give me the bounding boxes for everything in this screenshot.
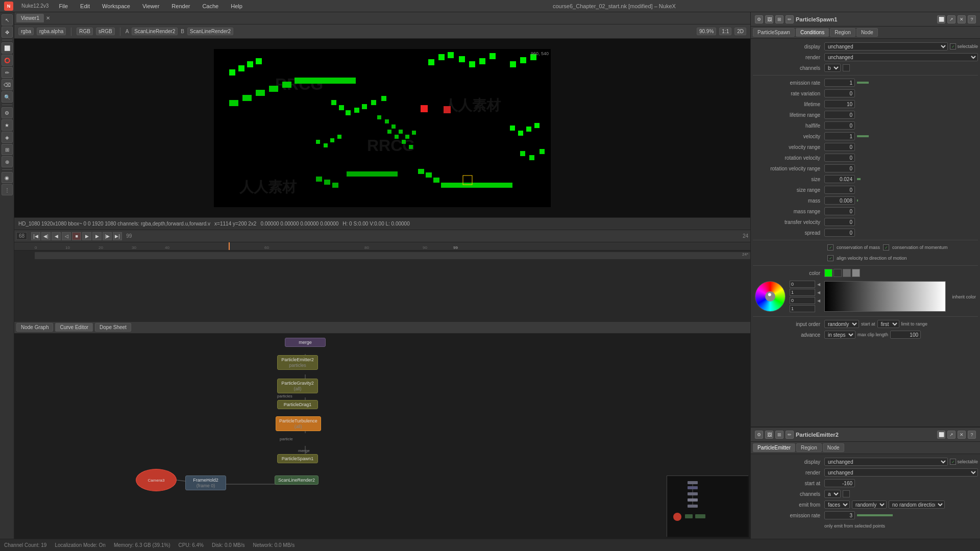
panel-icon-2[interactable]: 🖼 (765, 15, 773, 23)
val-rotation-velocity-range[interactable]: 0 (824, 164, 855, 172)
val-emitter-rate[interactable]: 3 (824, 511, 855, 519)
srgb-select[interactable]: sRGB (96, 28, 115, 35)
tool-4[interactable]: ✏ (2, 67, 13, 78)
tool-5[interactable]: ⌫ (2, 79, 13, 90)
tool-select[interactable]: ↖ (2, 14, 13, 26)
color-gradient-bar[interactable] (824, 281, 946, 312)
next-frame-btn[interactable]: ▶ (92, 232, 102, 240)
panel-icon-3[interactable]: ⊞ (775, 15, 783, 23)
channel-button[interactable] (843, 64, 850, 71)
node-scanrender2[interactable]: ScanLineRender2 (275, 475, 318, 485)
val-mass[interactable]: 0.008 (824, 196, 855, 205)
color-swatch-green[interactable] (824, 269, 832, 277)
panel-icon-1[interactable]: ⚙ (755, 15, 763, 23)
panel-lower-icon-2[interactable]: 🖼 (765, 431, 773, 439)
node-gravity2[interactable]: ParticleGravity2 (all) (277, 379, 318, 393)
prev-key-btn[interactable]: ◀| (41, 232, 51, 240)
panel-lower-icon-4[interactable]: ✏ (786, 431, 794, 439)
display-select[interactable]: unchanged (824, 42, 948, 51)
go-end-btn[interactable]: ▶| (113, 232, 122, 240)
tool-7[interactable]: ⚙ (2, 107, 13, 118)
tool-2[interactable]: ⬜ (2, 42, 13, 54)
zoom-level[interactable]: 90.9% (697, 28, 716, 35)
render-select[interactable]: unchanged (824, 53, 978, 61)
menu-file[interactable]: File (57, 2, 70, 10)
menu-render[interactable]: Render (169, 2, 192, 10)
channels-select-prop[interactable]: b (824, 64, 841, 72)
node-turbulence[interactable]: ParticleTurbulence (all) (276, 416, 321, 431)
go-start-btn[interactable]: |◀ (31, 232, 40, 240)
emitter-render-select[interactable]: unchanged (824, 468, 978, 477)
val-lifetime-range[interactable]: 0 (824, 111, 855, 119)
emit-method-select[interactable]: randomly (852, 500, 887, 509)
tool-12[interactable]: ◉ (2, 172, 13, 183)
val-g[interactable]: 1 (790, 289, 815, 296)
channels-select[interactable]: rgba (18, 28, 34, 35)
node-drag1[interactable]: ParticleDrag1 (277, 400, 318, 409)
node-spawn1[interactable]: ParticleSpawn1 (277, 454, 318, 463)
input-a-select[interactable]: ScanLineRender2 (132, 28, 178, 35)
slider-emitter-rate[interactable] (857, 514, 976, 516)
tool-move[interactable]: ✥ (2, 27, 13, 38)
color-wheel-cursor[interactable] (768, 293, 771, 296)
alpha-select[interactable]: rgba.alpha (37, 28, 66, 35)
val-spread[interactable]: 0 (824, 229, 855, 237)
val-emitter-start-at[interactable]: -160 (824, 479, 855, 487)
play-reverse-btn[interactable]: ◁ (62, 232, 71, 240)
node-framehold2[interactable]: FrameHold2 (frame 0) (185, 475, 226, 490)
node-graph-canvas[interactable]: merge ParticleEmitter2 particles Particl… (14, 334, 750, 539)
menu-help[interactable]: Help (229, 2, 244, 10)
tab-particle-emitter[interactable]: ParticleEmitter (753, 443, 795, 452)
val-transfer-velocity[interactable]: 0 (824, 218, 855, 226)
color-swatch-gray[interactable] (834, 269, 842, 277)
panel-lower-float[interactable]: ↗ (947, 431, 955, 439)
val-size-range[interactable]: 0 (824, 186, 855, 194)
menu-viewer[interactable]: Viewer (140, 2, 161, 10)
input-b-select[interactable]: ScanLineRender2 (187, 28, 233, 35)
emitter-selectable-check[interactable]: ✓ (950, 459, 956, 465)
node-camera3[interactable]: Camera3 (136, 469, 177, 491)
tab-dope-sheet[interactable]: Dope Sheet (95, 323, 131, 332)
tool-6[interactable]: 🔍 (2, 91, 13, 103)
val-r[interactable]: 0 (790, 281, 815, 288)
color-swatch-3[interactable] (852, 269, 860, 277)
emit-direction-select[interactable]: no random direction (889, 500, 945, 509)
viewer-tab-close[interactable]: ✕ (46, 15, 50, 21)
tool-11[interactable]: ⊕ (2, 156, 13, 167)
tab-particle-spawn[interactable]: ParticleSpawn (753, 28, 795, 37)
panel-maximize[interactable]: ⬜ (937, 15, 945, 23)
color-swatch-2[interactable] (843, 269, 851, 277)
panel-lower-maximize[interactable]: ⬜ (937, 431, 945, 439)
panel-lower-help[interactable]: ? (968, 431, 976, 439)
menu-edit[interactable]: Edit (78, 2, 92, 10)
menu-workspace[interactable]: Workspace (100, 2, 132, 10)
arrow-r[interactable]: ◀ (817, 282, 820, 287)
val-halflife[interactable]: 0 (824, 121, 855, 130)
tab-node-graph[interactable]: Node Graph (16, 323, 53, 332)
selectable-check[interactable]: ✓ (950, 43, 956, 49)
val-rate-variation[interactable]: 0 (824, 89, 855, 97)
val-mass-range[interactable]: 0 (824, 207, 855, 215)
panel-float[interactable]: ↗ (947, 15, 955, 23)
arrow-b[interactable]: ◀ (817, 298, 820, 303)
play-btn[interactable]: ▶ (82, 232, 91, 240)
val-rotation-velocity[interactable]: 0 (824, 154, 855, 162)
tool-9[interactable]: ◈ (2, 132, 13, 143)
color-select[interactable]: RGB (77, 28, 93, 35)
emitter-display-select[interactable]: unchanged (824, 458, 948, 466)
tab-curve-editor[interactable]: Curve Editor (55, 323, 93, 332)
check-conservation-mass[interactable]: ✓ (827, 244, 834, 251)
dimension[interactable]: 2D (734, 28, 746, 35)
color-wheel[interactable] (755, 281, 786, 312)
slider-mass[interactable] (857, 199, 976, 202)
val-size[interactable]: 0.024 (824, 175, 855, 183)
tool-13[interactable]: ⋮ (2, 184, 13, 195)
val-lifetime[interactable]: 10 (824, 100, 855, 108)
input-order-select[interactable]: randomly (824, 320, 859, 328)
emitter-channels-select[interactable]: a (824, 490, 841, 498)
panel-lower-close[interactable]: ✕ (958, 431, 966, 439)
check-align-velocity[interactable]: ✓ (827, 255, 834, 261)
frame-counter[interactable]: 68 (16, 232, 27, 240)
panel-lower-icon-3[interactable]: ⊞ (775, 431, 783, 439)
val-emission-rate[interactable]: 1 (824, 79, 855, 87)
